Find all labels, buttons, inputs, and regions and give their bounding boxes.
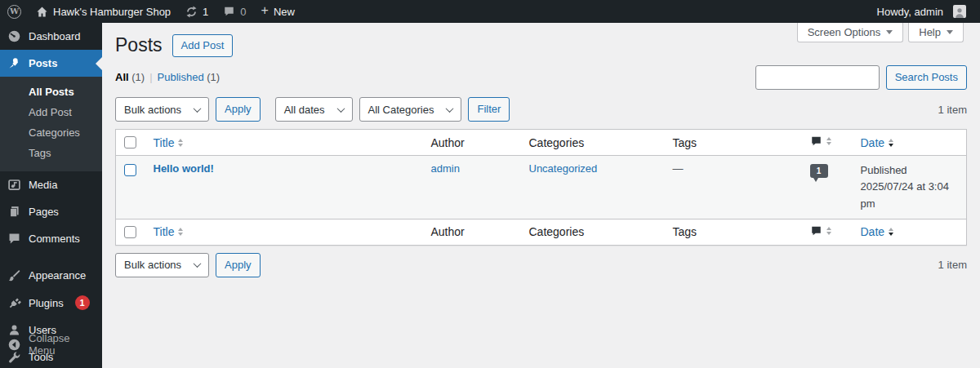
sidebar-label: Dashboard (29, 30, 81, 42)
sort-arrows-icon (178, 228, 183, 236)
sort-by-title-bottom[interactable]: Title (154, 225, 184, 238)
my-account-menu[interactable]: Howdy, admin (870, 5, 973, 18)
search-posts-button[interactable]: Search Posts (886, 65, 967, 90)
new-content-menu[interactable]: + New (254, 0, 302, 23)
sidebar-label: Plugins (29, 297, 64, 309)
sort-arrows-icon (889, 139, 893, 147)
view-all-link[interactable]: All (1) (115, 71, 145, 83)
search-input[interactable] (755, 65, 880, 90)
comment-count: 0 (240, 6, 246, 18)
category-link[interactable]: Uncategorized (529, 162, 598, 175)
chevron-down-icon (446, 104, 454, 113)
column-tags: Tags (665, 219, 802, 245)
help-button[interactable]: Help (908, 23, 964, 42)
categories-filter-select[interactable]: All Categories (359, 97, 462, 122)
submenu-tags[interactable]: Tags (0, 143, 102, 163)
apply-button[interactable]: Apply (216, 97, 261, 122)
column-author: Author (423, 219, 521, 245)
wordpress-logo-menu[interactable]: W (0, 0, 29, 23)
comment-bubble-icon (223, 6, 235, 17)
sidebar-label: Comments (29, 233, 80, 245)
chevron-down-icon (886, 30, 893, 38)
sidebar-item-plugins[interactable]: Plugins 1 (0, 289, 102, 317)
sort-arrows-icon (889, 228, 893, 236)
admin-sidebar: Dashboard Posts All Posts Add Post Categ… (0, 23, 102, 368)
table-header-row: Title Author Categories Tags Date (116, 130, 967, 156)
submenu-add-post[interactable]: Add Post (0, 102, 102, 122)
chevron-down-icon (194, 104, 202, 113)
posts-table: Title Author Categories Tags Date (115, 129, 967, 245)
comments-icon (7, 232, 21, 246)
bulk-actions-select[interactable]: Bulk actions (115, 97, 209, 122)
select-all-checkbox[interactable] (124, 136, 136, 149)
sort-by-date[interactable]: Date (861, 136, 894, 149)
screen-options-label: Screen Options (808, 26, 881, 38)
apply-button-bottom[interactable]: Apply (216, 253, 261, 277)
site-name-link[interactable]: Hawk's Hamburger Shop (29, 0, 178, 23)
author-link[interactable]: admin (431, 162, 460, 175)
table-footer-row: Title Author Categories Tags Date (116, 219, 967, 245)
comments-link[interactable]: 0 (216, 0, 253, 23)
menu-separator (0, 252, 102, 262)
posts-submenu: All Posts Add Post Categories Tags (0, 77, 102, 171)
new-label: New (274, 6, 295, 18)
pushpin-icon (7, 56, 21, 70)
sidebar-item-comments[interactable]: Comments (0, 225, 102, 252)
sidebar-item-posts[interactable]: Posts (0, 50, 102, 77)
screen-options-button[interactable]: Screen Options (797, 23, 904, 42)
site-name-label: Hawk's Hamburger Shop (53, 6, 171, 18)
post-status: Published (861, 162, 959, 179)
tablenav-top: Bulk actions Apply All dates All Categor… (115, 97, 967, 122)
home-icon (36, 6, 48, 18)
admin-bar: W Hawk's Hamburger Shop 1 0 + New Howdy,… (0, 0, 980, 23)
select-all-checkbox-bottom[interactable] (124, 226, 136, 238)
sidebar-item-dashboard[interactable]: Dashboard (0, 23, 102, 50)
sort-by-date-bottom[interactable]: Date (861, 225, 894, 238)
sort-by-title[interactable]: Title (154, 136, 184, 149)
plugins-update-badge: 1 (75, 295, 90, 310)
sidebar-item-media[interactable]: Media (0, 171, 102, 198)
chevron-down-icon (194, 259, 202, 268)
sort-by-comments[interactable] (810, 135, 831, 147)
sort-arrows-icon (178, 139, 183, 147)
dashboard-icon (7, 29, 21, 43)
post-title-link[interactable]: Hello world! (154, 162, 214, 175)
row-checkbox[interactable] (124, 164, 136, 176)
chevron-down-icon (336, 104, 345, 113)
view-separator: | (149, 71, 152, 83)
filter-button[interactable]: Filter (468, 97, 510, 122)
page-title: Posts (115, 33, 163, 58)
sidebar-item-pages[interactable]: Pages (0, 198, 102, 225)
avatar (953, 5, 966, 18)
updates-link[interactable]: 1 (178, 0, 216, 23)
appearance-icon (7, 268, 21, 282)
sort-arrows-icon (826, 227, 831, 235)
help-label: Help (919, 26, 941, 38)
chevron-down-icon (947, 30, 953, 38)
tablenav-bottom: Bulk actions Apply 1 item (115, 253, 967, 277)
dates-filter-select[interactable]: All dates (275, 97, 353, 122)
comment-count-bubble[interactable]: 1 (810, 164, 828, 178)
sidebar-label: Media (29, 179, 57, 191)
sort-by-comments-bottom[interactable] (810, 225, 831, 237)
add-post-button[interactable]: Add Post (172, 34, 234, 57)
collapse-menu-button[interactable]: Collapse Menu (0, 326, 102, 363)
tags-cell: — (673, 162, 684, 175)
update-count: 1 (203, 6, 208, 18)
submenu-categories[interactable]: Categories (0, 122, 102, 143)
updates-icon (185, 6, 198, 18)
view-published-link[interactable]: Published (1) (158, 71, 220, 83)
submenu-all-posts[interactable]: All Posts (0, 82, 102, 102)
post-row: Hello world! admin Uncategorized — 1 Pub… (116, 156, 967, 219)
sidebar-item-appearance[interactable]: Appearance (0, 262, 102, 289)
plugins-icon (7, 296, 21, 310)
main-content: Screen Options Help Posts Add Post All (… (102, 23, 980, 368)
items-count-top: 1 item (938, 104, 967, 116)
collapse-menu-label: Collapse Menu (29, 332, 95, 357)
bulk-actions-select-bottom[interactable]: Bulk actions (115, 253, 209, 277)
media-icon (7, 178, 21, 192)
sidebar-label: Posts (29, 57, 57, 69)
column-categories: Categories (521, 219, 665, 245)
wordpress-logo-icon: W (7, 5, 21, 19)
comments-column-icon (810, 225, 822, 237)
